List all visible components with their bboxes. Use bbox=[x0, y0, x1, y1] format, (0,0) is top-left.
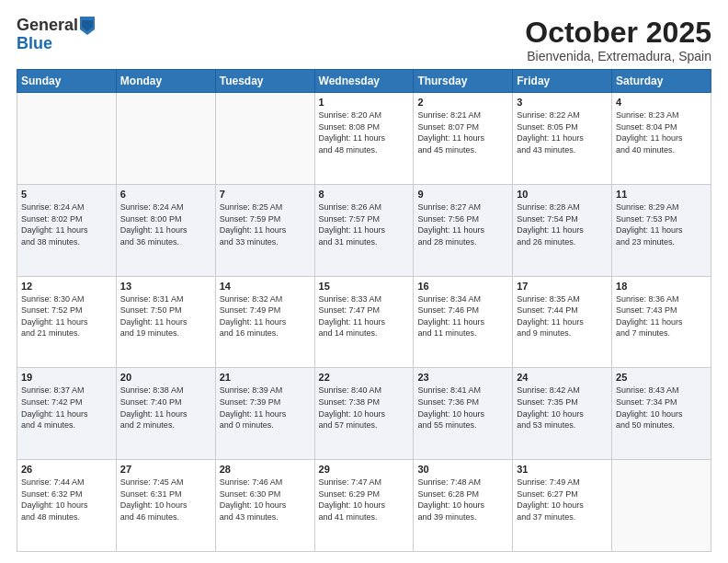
calendar-cell: 24Sunrise: 8:42 AM Sunset: 7:35 PM Dayli… bbox=[513, 368, 612, 460]
day-number: 3 bbox=[517, 97, 608, 108]
calendar-cell: 18Sunrise: 8:36 AM Sunset: 7:43 PM Dayli… bbox=[612, 276, 711, 368]
col-wednesday: Wednesday bbox=[314, 70, 414, 93]
calendar-cell bbox=[116, 93, 215, 185]
day-number: 14 bbox=[220, 281, 311, 292]
day-number: 28 bbox=[220, 464, 311, 475]
day-info: Sunrise: 8:23 AM Sunset: 8:04 PM Dayligh… bbox=[616, 109, 707, 155]
calendar-table: Sunday Monday Tuesday Wednesday Thursday… bbox=[17, 69, 711, 552]
calendar-week-row: 26Sunrise: 7:44 AM Sunset: 6:32 PM Dayli… bbox=[17, 460, 711, 552]
col-sunday: Sunday bbox=[17, 70, 117, 93]
calendar-cell: 2Sunrise: 8:21 AM Sunset: 8:07 PM Daylig… bbox=[414, 93, 513, 185]
calendar-cell: 23Sunrise: 8:41 AM Sunset: 7:36 PM Dayli… bbox=[414, 368, 513, 460]
day-info: Sunrise: 7:44 AM Sunset: 6:32 PM Dayligh… bbox=[21, 477, 112, 523]
calendar-cell: 9Sunrise: 8:27 AM Sunset: 7:56 PM Daylig… bbox=[414, 184, 513, 276]
calendar-cell bbox=[215, 93, 314, 185]
calendar-week-row: 5Sunrise: 8:24 AM Sunset: 8:02 PM Daylig… bbox=[17, 184, 711, 276]
calendar-week-row: 12Sunrise: 8:30 AM Sunset: 7:52 PM Dayli… bbox=[17, 276, 711, 368]
month-title: October 2025 bbox=[525, 17, 711, 49]
calendar-cell: 5Sunrise: 8:24 AM Sunset: 8:02 PM Daylig… bbox=[17, 184, 117, 276]
day-number: 13 bbox=[120, 281, 211, 292]
day-number: 16 bbox=[417, 281, 508, 292]
day-number: 31 bbox=[517, 464, 608, 475]
calendar-week-row: 1Sunrise: 8:20 AM Sunset: 8:08 PM Daylig… bbox=[17, 93, 711, 185]
day-info: Sunrise: 8:28 AM Sunset: 7:54 PM Dayligh… bbox=[517, 201, 608, 247]
day-info: Sunrise: 8:22 AM Sunset: 8:05 PM Dayligh… bbox=[517, 109, 608, 155]
day-number: 17 bbox=[517, 281, 608, 292]
page: General Blue October 2025 Bienvenida, Ex… bbox=[0, 0, 728, 563]
logo-general: General bbox=[17, 17, 78, 35]
day-number: 27 bbox=[120, 464, 211, 475]
day-info: Sunrise: 8:29 AM Sunset: 7:53 PM Dayligh… bbox=[616, 201, 707, 247]
calendar-cell: 11Sunrise: 8:29 AM Sunset: 7:53 PM Dayli… bbox=[612, 184, 711, 276]
calendar-cell: 27Sunrise: 7:45 AM Sunset: 6:31 PM Dayli… bbox=[116, 460, 215, 552]
calendar-cell: 1Sunrise: 8:20 AM Sunset: 8:08 PM Daylig… bbox=[314, 93, 414, 185]
calendar-cell: 30Sunrise: 7:48 AM Sunset: 6:28 PM Dayli… bbox=[414, 460, 513, 552]
day-number: 24 bbox=[517, 372, 608, 383]
day-number: 12 bbox=[21, 281, 112, 292]
day-number: 21 bbox=[220, 372, 311, 383]
calendar-cell: 28Sunrise: 7:46 AM Sunset: 6:30 PM Dayli… bbox=[215, 460, 314, 552]
calendar-cell bbox=[612, 460, 711, 552]
day-number: 8 bbox=[319, 189, 410, 200]
day-info: Sunrise: 8:27 AM Sunset: 7:56 PM Dayligh… bbox=[417, 201, 508, 247]
day-info: Sunrise: 7:48 AM Sunset: 6:28 PM Dayligh… bbox=[417, 477, 508, 523]
day-number: 29 bbox=[319, 464, 410, 475]
day-info: Sunrise: 8:31 AM Sunset: 7:50 PM Dayligh… bbox=[120, 293, 211, 339]
day-number: 6 bbox=[120, 189, 211, 200]
day-info: Sunrise: 8:41 AM Sunset: 7:36 PM Dayligh… bbox=[417, 385, 508, 431]
day-number: 26 bbox=[21, 464, 112, 475]
day-info: Sunrise: 8:25 AM Sunset: 7:59 PM Dayligh… bbox=[220, 201, 311, 247]
calendar-header-row: Sunday Monday Tuesday Wednesday Thursday… bbox=[17, 70, 711, 93]
calendar-cell: 17Sunrise: 8:35 AM Sunset: 7:44 PM Dayli… bbox=[513, 276, 612, 368]
day-number: 15 bbox=[319, 281, 410, 292]
day-number: 4 bbox=[616, 97, 707, 108]
calendar-cell: 8Sunrise: 8:26 AM Sunset: 7:57 PM Daylig… bbox=[314, 184, 414, 276]
calendar-cell: 4Sunrise: 8:23 AM Sunset: 8:04 PM Daylig… bbox=[612, 93, 711, 185]
day-number: 18 bbox=[616, 281, 707, 292]
day-number: 9 bbox=[417, 189, 508, 200]
day-info: Sunrise: 8:32 AM Sunset: 7:49 PM Dayligh… bbox=[220, 293, 311, 339]
day-number: 30 bbox=[417, 464, 508, 475]
day-info: Sunrise: 8:42 AM Sunset: 7:35 PM Dayligh… bbox=[517, 385, 608, 431]
day-number: 22 bbox=[319, 372, 410, 383]
day-info: Sunrise: 8:33 AM Sunset: 7:47 PM Dayligh… bbox=[319, 293, 410, 339]
logo: General Blue bbox=[17, 17, 95, 53]
calendar-cell: 29Sunrise: 7:47 AM Sunset: 6:29 PM Dayli… bbox=[314, 460, 414, 552]
day-number: 7 bbox=[220, 189, 311, 200]
day-info: Sunrise: 7:49 AM Sunset: 6:27 PM Dayligh… bbox=[517, 477, 608, 523]
day-number: 23 bbox=[417, 372, 508, 383]
logo-icon bbox=[80, 17, 95, 35]
day-info: Sunrise: 8:20 AM Sunset: 8:08 PM Dayligh… bbox=[319, 109, 410, 155]
day-info: Sunrise: 8:24 AM Sunset: 8:00 PM Dayligh… bbox=[120, 201, 211, 247]
day-info: Sunrise: 8:21 AM Sunset: 8:07 PM Dayligh… bbox=[417, 109, 508, 155]
col-monday: Monday bbox=[116, 70, 215, 93]
calendar-cell: 3Sunrise: 8:22 AM Sunset: 8:05 PM Daylig… bbox=[513, 93, 612, 185]
day-number: 5 bbox=[21, 189, 112, 200]
calendar-cell: 31Sunrise: 7:49 AM Sunset: 6:27 PM Dayli… bbox=[513, 460, 612, 552]
col-thursday: Thursday bbox=[414, 70, 513, 93]
day-info: Sunrise: 8:35 AM Sunset: 7:44 PM Dayligh… bbox=[517, 293, 608, 339]
day-info: Sunrise: 7:47 AM Sunset: 6:29 PM Dayligh… bbox=[319, 477, 410, 523]
day-info: Sunrise: 7:45 AM Sunset: 6:31 PM Dayligh… bbox=[120, 477, 211, 523]
calendar-cell: 15Sunrise: 8:33 AM Sunset: 7:47 PM Dayli… bbox=[314, 276, 414, 368]
day-number: 11 bbox=[616, 189, 707, 200]
calendar-cell: 6Sunrise: 8:24 AM Sunset: 8:00 PM Daylig… bbox=[116, 184, 215, 276]
day-info: Sunrise: 8:36 AM Sunset: 7:43 PM Dayligh… bbox=[616, 293, 707, 339]
day-info: Sunrise: 8:26 AM Sunset: 7:57 PM Dayligh… bbox=[319, 201, 410, 247]
col-friday: Friday bbox=[513, 70, 612, 93]
logo-blue: Blue bbox=[17, 35, 95, 53]
col-saturday: Saturday bbox=[612, 70, 711, 93]
day-number: 25 bbox=[616, 372, 707, 383]
day-number: 1 bbox=[319, 97, 410, 108]
calendar-cell: 13Sunrise: 8:31 AM Sunset: 7:50 PM Dayli… bbox=[116, 276, 215, 368]
day-info: Sunrise: 8:24 AM Sunset: 8:02 PM Dayligh… bbox=[21, 201, 112, 247]
day-info: Sunrise: 8:34 AM Sunset: 7:46 PM Dayligh… bbox=[417, 293, 508, 339]
day-info: Sunrise: 8:30 AM Sunset: 7:52 PM Dayligh… bbox=[21, 293, 112, 339]
header: General Blue October 2025 Bienvenida, Ex… bbox=[17, 17, 711, 63]
day-info: Sunrise: 8:37 AM Sunset: 7:42 PM Dayligh… bbox=[21, 385, 112, 431]
day-number: 2 bbox=[417, 97, 508, 108]
calendar-cell bbox=[17, 93, 117, 185]
calendar-cell: 19Sunrise: 8:37 AM Sunset: 7:42 PM Dayli… bbox=[17, 368, 117, 460]
day-info: Sunrise: 8:38 AM Sunset: 7:40 PM Dayligh… bbox=[120, 385, 211, 431]
calendar-cell: 16Sunrise: 8:34 AM Sunset: 7:46 PM Dayli… bbox=[414, 276, 513, 368]
